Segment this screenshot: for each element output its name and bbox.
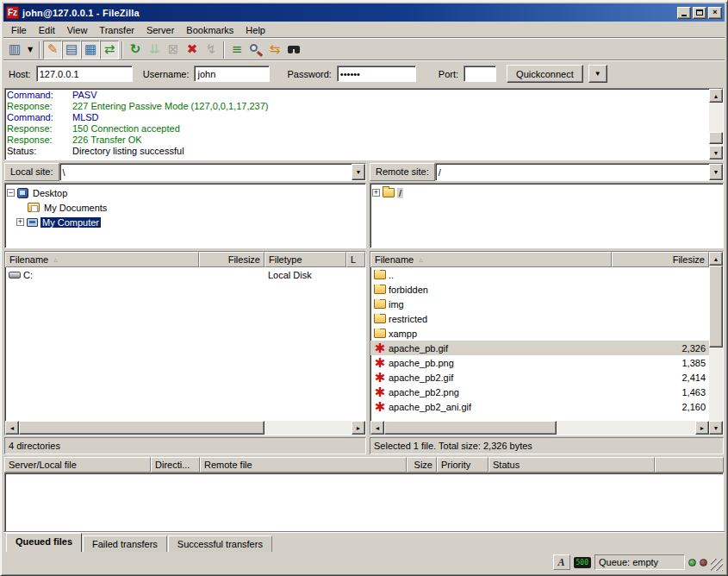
cancel-operation-button[interactable]: ⊠	[164, 41, 183, 59]
scroll-left-icon[interactable]: ◄	[5, 421, 19, 435]
menu-item-server[interactable]: Server	[140, 23, 180, 37]
remote-list-rows: ..forbiddenimgrestrictedxampp✱apache_pb.…	[370, 267, 709, 421]
site-manager-button[interactable]: ▥	[5, 41, 24, 59]
column-header-filename[interactable]: Filename▵	[5, 252, 199, 267]
status-bar: A 500 Queue: empty	[3, 552, 725, 573]
quickconnect-button[interactable]: Quickconnect	[507, 65, 583, 83]
collapse-icon[interactable]: −	[7, 189, 15, 197]
disconnect-button[interactable]: ✖	[183, 41, 202, 59]
port-input[interactable]	[464, 66, 496, 82]
column-header-remote-file[interactable]: Remote file	[200, 457, 407, 473]
column-header-direction[interactable]: Directi...	[151, 457, 200, 473]
scrollbar-thumb[interactable]	[384, 421, 557, 435]
column-header-filesize[interactable]: Filesize	[612, 252, 709, 267]
scroll-up-icon[interactable]: ▲	[709, 89, 723, 103]
directory-filters-button[interactable]: ≡	[227, 41, 246, 59]
message-log-toggle-button[interactable]: ✎	[43, 41, 62, 59]
column-header-filler	[655, 457, 724, 473]
close-button[interactable]: ×	[708, 7, 722, 19]
list-item[interactable]: ✱apache_pb.gif2,326	[370, 341, 709, 355]
refresh-button[interactable]: ↻	[126, 41, 145, 59]
log-vertical-scrollbar[interactable]: ▲ ▼	[709, 89, 723, 160]
column-header-filesize[interactable]: Filesize	[199, 252, 264, 267]
list-item[interactable]: ..	[370, 267, 709, 282]
directory-comparison-button[interactable]	[246, 41, 265, 59]
scroll-down-icon[interactable]: ▼	[709, 146, 723, 160]
list-item[interactable]: xampp	[370, 326, 709, 341]
reconnect-icon: ↯	[206, 43, 217, 56]
data-type-indicator-icon[interactable]: A	[553, 554, 570, 570]
scrollbar-thumb[interactable]	[709, 266, 723, 347]
message-log: Command:PASVResponse:227 Entering Passiv…	[4, 88, 724, 160]
password-input[interactable]	[337, 66, 416, 82]
filename-label: xampp	[389, 329, 417, 339]
column-header-size[interactable]: Size	[407, 457, 437, 473]
tab-queued-files[interactable]: Queued files	[6, 533, 82, 552]
site-manager-dropdown-button[interactable]: ▼	[24, 41, 36, 59]
minimize-button[interactable]	[677, 7, 691, 19]
menu-bar: FileEditViewTransferServerBookmarksHelp	[3, 22, 725, 38]
tree-item-root[interactable]: + /	[372, 185, 721, 200]
menu-item-view[interactable]: View	[61, 23, 94, 37]
list-item[interactable]: ✱apache_pb2.gif2,414	[370, 370, 709, 385]
list-item[interactable]: ✱apache_pb2.png1,463	[370, 385, 709, 399]
local-site-dropdown-button[interactable]: ▼	[352, 164, 365, 180]
quickconnect-dropdown-button[interactable]: ▼	[588, 65, 607, 83]
filetype-label: Local Disk	[264, 270, 346, 280]
remote-horizontal-scrollbar[interactable]: ◄ ►	[370, 421, 709, 435]
list-item[interactable]: img	[370, 297, 709, 311]
tree-item-label: /	[397, 188, 403, 198]
column-header-filename[interactable]: Filename▵	[370, 252, 612, 267]
menu-item-bookmarks[interactable]: Bookmarks	[180, 23, 240, 37]
scroll-right-icon[interactable]: ►	[695, 421, 709, 435]
column-header-status[interactable]: Status	[488, 457, 655, 473]
process-queue-button[interactable]: ⇊	[145, 41, 164, 59]
tab-failed-transfers[interactable]: Failed transfers	[83, 535, 167, 552]
list-item[interactable]: C:Local Disk	[5, 267, 365, 282]
tree-item-desktop[interactable]: − Desktop	[7, 185, 364, 200]
directory-comparison-icon	[250, 44, 258, 52]
local-site-combobox[interactable]: \ ▼	[59, 163, 366, 181]
maximize-button[interactable]	[693, 7, 706, 19]
speed-limit-icon[interactable]: 500	[574, 557, 591, 568]
resize-grip[interactable]	[711, 559, 723, 571]
synchronized-browsing-button[interactable]: ⇆	[265, 41, 284, 59]
list-item[interactable]: ✱apache_pb2_ani.gif2,160	[370, 399, 709, 414]
transfer-queue-toggle-button[interactable]: ⇄	[100, 41, 119, 59]
list-item[interactable]: ✱apache_pb.png1,385	[370, 355, 709, 370]
list-item[interactable]: restricted	[370, 311, 709, 326]
column-header-filetype[interactable]: Filetype	[264, 252, 346, 267]
my-computer-icon	[27, 218, 38, 227]
column-header-server-local-file[interactable]: Server/Local file	[4, 457, 151, 473]
remote-tree-toggle-button[interactable]: ▦	[81, 41, 100, 59]
find-files-button[interactable]	[284, 41, 303, 59]
menu-item-transfer[interactable]: Transfer	[93, 23, 140, 37]
expand-icon[interactable]: +	[372, 189, 380, 197]
reconnect-button[interactable]: ↯	[202, 41, 221, 59]
column-header-priority[interactable]: Priority	[437, 457, 488, 473]
menu-item-help[interactable]: Help	[240, 23, 271, 37]
menu-item-edit[interactable]: Edit	[33, 23, 61, 37]
tab-successful-transfers[interactable]: Successful transfers	[168, 535, 272, 552]
column-header-lastmodified[interactable]: L	[346, 252, 365, 267]
scroll-down-icon[interactable]: ▼	[709, 421, 723, 435]
remote-site-combobox[interactable]: / ▼	[435, 163, 724, 181]
host-input[interactable]	[36, 66, 133, 82]
list-item[interactable]: forbidden	[370, 282, 709, 297]
remote-site-dropdown-button[interactable]: ▼	[709, 164, 723, 180]
local-horizontal-scrollbar[interactable]: ◄ ►	[5, 421, 365, 435]
scrollbar-thumb[interactable]	[19, 421, 264, 435]
username-input[interactable]	[194, 66, 270, 82]
tree-item-my-computer[interactable]: + My Computer	[7, 215, 364, 229]
scroll-right-icon[interactable]: ►	[352, 421, 365, 435]
remote-vertical-scrollbar[interactable]: ▲ ▼	[709, 252, 723, 435]
scroll-left-icon[interactable]: ◄	[370, 421, 384, 435]
scroll-up-icon[interactable]: ▲	[709, 252, 723, 266]
menu-item-file[interactable]: File	[5, 23, 33, 37]
remote-list-header: Filename▵ Filesize	[370, 252, 709, 267]
expand-icon[interactable]: +	[16, 218, 24, 226]
tree-item-my-documents[interactable]: My Documents	[7, 200, 364, 215]
scrollbar-thumb[interactable]	[709, 132, 723, 144]
chevron-down-icon: ▼	[713, 169, 719, 175]
local-tree-toggle-button[interactable]: ▤	[62, 41, 81, 59]
